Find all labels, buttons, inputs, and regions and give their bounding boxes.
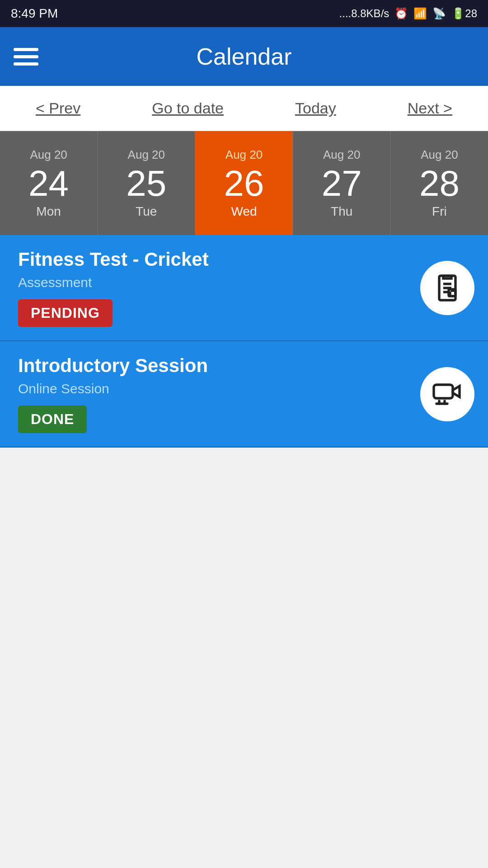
wifi-icon: 📡 [432, 7, 446, 20]
day-number: 26 [224, 165, 264, 202]
prev-button[interactable]: < Prev [27, 95, 89, 122]
day-number: 27 [322, 165, 362, 202]
event-title-1: Introductory Session [18, 355, 411, 377]
day-number: 25 [126, 165, 166, 202]
calendar-days-row: Aug 20 24 Mon Aug 20 25 Tue Aug 20 26 We… [0, 131, 488, 235]
event-subtitle-0: Assessment [18, 275, 411, 290]
event-icon-0[interactable] [420, 261, 474, 315]
alarm-icon: ⏰ [394, 7, 408, 20]
calendar-nav: < Prev Go to date Today Next > [0, 86, 488, 131]
day-col-24[interactable]: Aug 20 24 Mon [0, 131, 98, 235]
event-badge-0: PENDING [18, 299, 113, 327]
event-card-1[interactable]: Introductory Session Online Session DONE [0, 341, 488, 448]
day-col-26[interactable]: Aug 20 26 Wed [195, 131, 293, 235]
menu-button[interactable] [14, 48, 38, 66]
event-icon-1[interactable] [420, 367, 474, 421]
status-time: 8:49 PM [11, 6, 58, 21]
today-button[interactable]: Today [286, 95, 345, 122]
app-header: Calendar [0, 27, 488, 86]
day-col-28[interactable]: Aug 20 28 Fri [391, 131, 488, 235]
empty-area [0, 448, 488, 809]
day-name: Mon [36, 204, 61, 219]
event-subtitle-1: Online Session [18, 381, 411, 396]
day-number: 28 [419, 165, 460, 202]
day-name: Wed [231, 204, 257, 219]
page-title: Calendar [196, 43, 291, 70]
event-card-0[interactable]: Fitness Test - Cricket Assessment PENDIN… [0, 235, 488, 341]
day-month: Aug 20 [128, 148, 165, 162]
day-month: Aug 20 [421, 148, 458, 162]
status-bar: 8:49 PM ....8.8KB/s ⏰ 📶 📡 🔋28 [0, 0, 488, 27]
svg-rect-7 [434, 385, 453, 398]
go-to-date-button[interactable]: Go to date [143, 95, 233, 122]
status-right: ....8.8KB/s ⏰ 📶 📡 🔋28 [339, 7, 477, 20]
day-name: Fri [432, 204, 447, 219]
day-month: Aug 20 [323, 148, 360, 162]
events-container: Fitness Test - Cricket Assessment PENDIN… [0, 235, 488, 448]
network-speed: ....8.8KB/s [339, 7, 389, 20]
day-name: Thu [331, 204, 352, 219]
day-col-27[interactable]: Aug 20 27 Thu [293, 131, 391, 235]
day-number: 24 [28, 165, 69, 202]
signal-icon: 📶 [413, 7, 427, 20]
day-col-25[interactable]: Aug 20 25 Tue [98, 131, 195, 235]
day-name: Tue [136, 204, 157, 219]
event-info-0: Fitness Test - Cricket Assessment PENDIN… [18, 249, 411, 327]
next-button[interactable]: Next > [399, 95, 461, 122]
day-month: Aug 20 [30, 148, 67, 162]
event-info-1: Introductory Session Online Session DONE [18, 355, 411, 433]
battery-icon: 🔋28 [451, 7, 477, 20]
event-badge-1: DONE [18, 406, 87, 433]
event-title-0: Fitness Test - Cricket [18, 249, 411, 270]
day-month: Aug 20 [225, 148, 263, 162]
